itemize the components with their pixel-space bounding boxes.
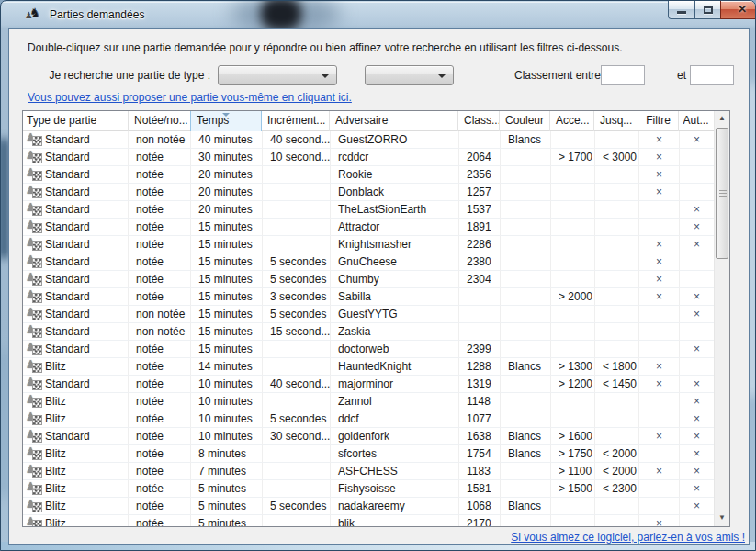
table-row[interactable]: ♟Standardnotée15 minutes5 secondesChumby…: [23, 271, 714, 288]
cell-accepts: [551, 410, 595, 428]
cell-type: Blitz: [45, 412, 66, 425]
cell-time: 15 minutes: [191, 341, 263, 358]
cell-rating: 1891: [459, 219, 501, 236]
column-header-1[interactable]: Notée/no...: [129, 111, 191, 131]
column-header-9[interactable]: Filtre: [638, 111, 679, 131]
cell-type: Standard: [45, 238, 90, 251]
cell-color: [501, 201, 551, 219]
pawn-checkerboard-icon: ♟: [27, 377, 42, 390]
window-title: Parties demandées: [50, 8, 144, 21]
scrollbar-thumb[interactable]: [716, 128, 728, 259]
table-row[interactable]: ♟Standardnotée15 minutes3 secondesSabill…: [23, 288, 714, 306]
close-button[interactable]: ✕: [720, 1, 756, 19]
window-frame: ♞ ♟ Parties demandées ✕ Double-cliquez s…: [0, 0, 756, 551]
cell-rating: 2356: [459, 166, 501, 184]
table-row[interactable]: ♟Standardnon notée15 minutes15 second...…: [23, 323, 714, 341]
cell-rated: notée: [129, 253, 191, 271]
checkerboard-glyph: [33, 503, 41, 512]
cell-increment: 5 secondes: [263, 271, 331, 288]
rating-min-input[interactable]: [601, 65, 645, 85]
cell-rated: non notée: [129, 131, 191, 149]
table-row[interactable]: ♟Blitznotée5 minutes5 secondesnadakareem…: [23, 498, 714, 515]
table-row[interactable]: ♟Standardnotée30 minutes10 second...rcdd…: [23, 149, 714, 166]
table-row[interactable]: ♟Blitznotée5 minutesblik2170×: [23, 515, 714, 526]
table-row[interactable]: ♟Standardnotée15 minutesdoctorweb2399×: [23, 341, 714, 358]
table-row[interactable]: ♟Standardnotée20 minutesRookie2356×: [23, 166, 714, 184]
column-header-8[interactable]: Jusq...: [594, 111, 638, 131]
game-variant-combobox[interactable]: [365, 65, 454, 85]
cell-increment: 5 secondes: [263, 253, 331, 271]
cell-auto: [680, 515, 714, 526]
scroll-up-button[interactable]: ▲: [715, 111, 729, 127]
cell-until: [595, 410, 639, 428]
table-row[interactable]: ♟Blitznotée10 minutes5 secondesddcf1077×: [23, 410, 714, 428]
cell-opponent: nadakareemy: [331, 498, 459, 515]
cell-type: Standard: [45, 273, 90, 286]
table-row[interactable]: ♟Standardnotée15 minutesKnightsmasher228…: [23, 236, 714, 253]
propose-game-link[interactable]: Vous pouvez aussi proposer une partie vo…: [28, 91, 352, 104]
cell-until: [595, 288, 639, 306]
column-header-3[interactable]: Incrément...: [262, 111, 330, 131]
maximize-button[interactable]: [694, 1, 721, 19]
cell-filter: ×: [639, 358, 680, 376]
column-header-4[interactable]: Adversaire: [330, 111, 458, 131]
game-type-combobox[interactable]: [218, 65, 337, 85]
table-row[interactable]: ♟Standardnotée20 minutesTheLastSionEarth…: [23, 201, 714, 219]
cell-rated: notée: [129, 184, 191, 201]
game-type-label: Je recherche une partie de type :: [28, 69, 210, 82]
pawn-checkerboard-icon: ♟: [27, 429, 42, 443]
table-row[interactable]: ♟Standardnotée15 minutes5 secondesGnuChe…: [23, 253, 714, 271]
table-row[interactable]: ♟Standardnotée10 minutes40 second...majo…: [23, 376, 714, 393]
cell-filter: ×: [639, 253, 680, 271]
minimize-button[interactable]: [668, 1, 695, 19]
column-header-6[interactable]: Couleur: [500, 111, 550, 131]
cell-auto: [680, 184, 714, 201]
pawn-checkerboard-icon: ♟: [27, 464, 42, 478]
cell-rating: 2399: [459, 341, 501, 358]
column-header-2[interactable]: Temps: [190, 111, 262, 131]
cell-type: Blitz: [45, 360, 66, 373]
column-header-5[interactable]: Class...: [458, 111, 500, 131]
cell-accepts: [551, 166, 595, 184]
cell-color: [501, 288, 551, 306]
cell-color: Blancs: [501, 498, 551, 515]
cell-increment: 10 second...: [263, 149, 331, 166]
table-row[interactable]: ♟Standardnotée10 minutes30 second...gold…: [23, 428, 714, 445]
cell-accepts: [551, 184, 595, 201]
cell-increment: [263, 445, 331, 463]
table-row[interactable]: ♟Standardnon notée15 minutes5 secondesGu…: [23, 306, 714, 323]
column-header-7[interactable]: Acce...: [550, 111, 594, 131]
cell-time: 10 minutes: [191, 428, 263, 445]
column-header-10[interactable]: Aut...: [679, 111, 713, 131]
titlebar[interactable]: ♞ ♟ Parties demandées ✕: [1, 1, 755, 28]
and-label: et: [677, 69, 686, 82]
cell-filter: ×: [639, 166, 680, 184]
cell-color: [501, 463, 551, 480]
column-header-0[interactable]: Type de partie: [23, 111, 129, 131]
cell-color: [501, 236, 551, 253]
table-row[interactable]: ♟Blitznotée14 minutesHauntedKnight1288Bl…: [23, 358, 714, 376]
cell-accepts: [551, 236, 595, 253]
table-row[interactable]: ♟Blitznotée8 minutessfcortes1754Blancs> …: [23, 445, 714, 463]
maximize-icon: [704, 6, 713, 14]
cell-opponent: Chumby: [331, 271, 459, 288]
cell-type: Blitz: [45, 500, 66, 512]
cell-increment: 5 secondes: [263, 306, 331, 323]
table-row[interactable]: ♟Blitznotée10 minutesZannol1148×: [23, 393, 714, 410]
cell-opponent: ddcf: [331, 410, 459, 428]
cell-until: [595, 341, 639, 358]
cell-rated: non notée: [129, 323, 191, 341]
vertical-scrollbar[interactable]: ▲ ▼: [714, 111, 729, 526]
table-row[interactable]: ♟Blitznotée5 minutesFishysoisse1581> 150…: [23, 480, 714, 498]
table-row[interactable]: ♟Standardnotée15 minutesAttractor1891×: [23, 219, 714, 236]
table-row[interactable]: ♟Standardnotée20 minutesDonblack1257×: [23, 184, 714, 201]
cell-until: < 2000: [595, 463, 639, 480]
cell-time: 10 minutes: [191, 393, 263, 410]
table-row[interactable]: ♟Standardnon notée40 minutes40 second...…: [23, 131, 714, 149]
cell-auto: ×: [680, 393, 714, 410]
rating-max-input[interactable]: [690, 65, 734, 85]
tell-friends-link[interactable]: Si vous aimez ce logiciel, parlez-en à v…: [511, 531, 745, 544]
scroll-down-button[interactable]: ▼: [715, 511, 729, 526]
table-row[interactable]: ♟Blitznotée7 minutesASFCHESS1183> 1100< …: [23, 463, 714, 480]
cell-rated: notée: [129, 271, 191, 288]
